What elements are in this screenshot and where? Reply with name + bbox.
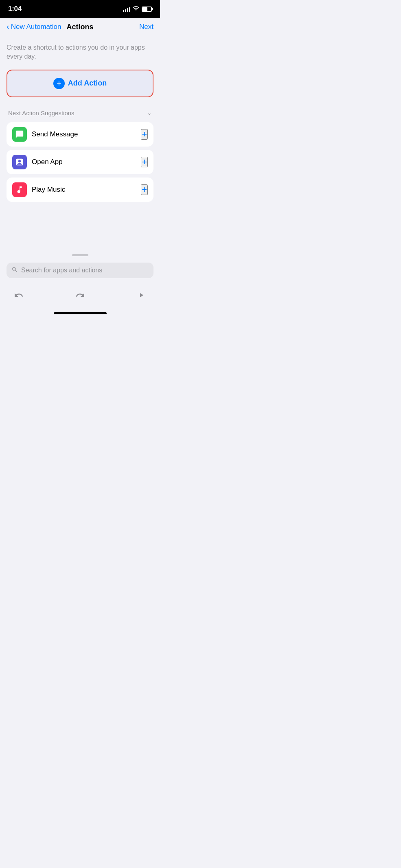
main-content: Create a shortcut to actions you do in y… [0, 35, 160, 202]
send-message-icon [12, 127, 27, 142]
search-icon [11, 266, 18, 274]
suggestion-item-send-message: Send Message + [7, 122, 153, 147]
battery-icon [142, 7, 152, 12]
undo-button[interactable] [10, 286, 28, 304]
back-button[interactable]: ‹ New Automation [7, 23, 61, 31]
suggestion-list: Send Message + Open App + [7, 122, 153, 202]
suggestion-left: Play Music [12, 182, 65, 197]
add-action-plus-icon: + [53, 78, 65, 89]
back-label: New Automation [11, 23, 61, 31]
suggestions-chevron-icon[interactable]: ⌄ [147, 110, 152, 116]
status-time: 1:04 [8, 5, 22, 13]
suggestion-item-play-music: Play Music + [7, 178, 153, 202]
add-open-app-button[interactable]: + [141, 157, 148, 167]
bottom-toolbar [0, 283, 160, 309]
description-text: Create a shortcut to actions you do in y… [7, 43, 153, 61]
add-action-label: Add Action [68, 79, 107, 88]
search-bar-container: Search for apps and actions [0, 259, 160, 283]
suggestions-title: Next Action Suggestions [8, 110, 75, 116]
bottom-area: Search for apps and actions [0, 251, 160, 309]
home-indicator [0, 309, 160, 317]
suggestions-header: Next Action Suggestions ⌄ [7, 110, 153, 116]
bottom-handle [72, 254, 88, 256]
add-send-message-button[interactable]: + [141, 129, 148, 140]
play-music-label: Play Music [32, 186, 65, 194]
back-chevron-icon: ‹ [7, 22, 9, 31]
add-play-music-button[interactable]: + [141, 184, 148, 195]
play-button[interactable] [132, 286, 150, 304]
suggestion-left: Send Message [12, 127, 78, 142]
search-bar[interactable]: Search for apps and actions [7, 263, 153, 278]
nav-bar: ‹ New Automation Actions Next [0, 18, 160, 35]
status-icons [123, 6, 152, 12]
play-music-icon [12, 182, 27, 197]
open-app-icon [12, 155, 27, 169]
signal-icon [123, 7, 130, 12]
open-app-label: Open App [32, 158, 63, 166]
add-action-container: + Add Action [7, 70, 153, 97]
home-bar [54, 312, 107, 314]
wifi-icon [133, 6, 139, 12]
next-button[interactable]: Next [139, 23, 153, 31]
nav-title: Actions [66, 23, 93, 31]
add-action-button[interactable]: + Add Action [53, 78, 107, 89]
suggestion-left: Open App [12, 155, 63, 169]
send-message-label: Send Message [32, 130, 78, 138]
bottom-handle-area [0, 251, 160, 259]
redo-button[interactable] [71, 286, 89, 304]
search-placeholder: Search for apps and actions [21, 267, 102, 274]
suggestion-item-open-app: Open App + [7, 150, 153, 174]
status-bar: 1:04 [0, 0, 160, 18]
